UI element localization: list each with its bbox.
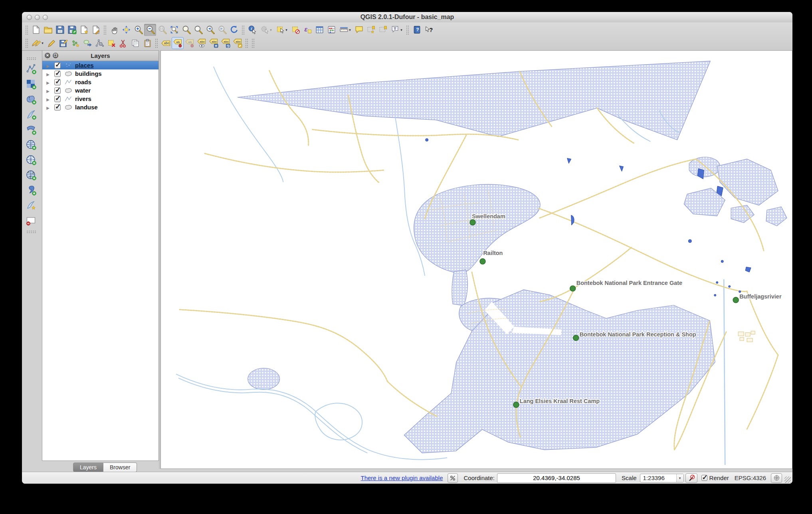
highlight-pinned-labels-button[interactable] xyxy=(184,37,196,49)
toolbar-grip[interactable] xyxy=(26,230,36,233)
add-delimited-text-layer-button[interactable] xyxy=(24,183,38,198)
scale-combobox[interactable]: 1:23396 ▾ xyxy=(640,474,684,482)
add-wfs-layer-button[interactable] xyxy=(24,168,38,182)
deselect-features-button[interactable] xyxy=(289,24,301,36)
text-annotation-button[interactable]: T xyxy=(389,24,404,36)
open-project-button[interactable] xyxy=(42,24,54,36)
add-raster-layer-button[interactable] xyxy=(24,77,38,91)
select-by-expression-button[interactable]: ε xyxy=(301,24,313,36)
toolbar-grip[interactable] xyxy=(25,38,28,48)
zoom-last-button[interactable] xyxy=(204,24,216,36)
stop-rendering-button[interactable] xyxy=(685,473,697,483)
pan-to-selection-button[interactable] xyxy=(120,24,132,36)
new-project-button[interactable] xyxy=(30,24,42,36)
zoom-to-layer-button[interactable] xyxy=(192,24,204,36)
layer-checkbox[interactable] xyxy=(54,71,61,77)
expander-icon[interactable] xyxy=(46,70,50,77)
toolbar-grip[interactable] xyxy=(25,25,28,35)
save-layer-edits-button[interactable] xyxy=(57,37,69,49)
select-features-button[interactable] xyxy=(274,24,289,36)
tab-browser[interactable]: Browser xyxy=(103,463,137,472)
save-project-button[interactable] xyxy=(54,24,66,36)
show-hide-labels-button[interactable] xyxy=(196,37,208,49)
node-tool-button[interactable] xyxy=(93,37,105,49)
copy-features-button[interactable] xyxy=(129,37,141,49)
render-checkbox[interactable] xyxy=(701,475,707,481)
layer-row-roads[interactable]: roads xyxy=(42,78,158,86)
open-attribute-table-button[interactable] xyxy=(313,24,325,36)
change-label-button[interactable] xyxy=(232,37,244,49)
new-print-composer-button[interactable] xyxy=(78,24,90,36)
zoom-next-button[interactable] xyxy=(216,24,228,36)
title-bar[interactable]: QGIS 2.0.1-Dufour - basic_map xyxy=(22,12,792,23)
add-spatialite-layer-button[interactable] xyxy=(24,107,38,122)
move-feature-button[interactable] xyxy=(81,37,93,49)
map-tips-button[interactable] xyxy=(353,24,365,36)
resize-grip[interactable] xyxy=(784,476,791,483)
toolbar-grip[interactable] xyxy=(245,38,248,48)
toolbar-grip[interactable] xyxy=(242,25,245,35)
add-wcs-layer-button[interactable] xyxy=(24,153,38,167)
save-project-as-button[interactable] xyxy=(66,24,78,36)
rotate-label-button[interactable] xyxy=(220,37,232,49)
move-label-button[interactable] xyxy=(208,37,220,49)
zoom-to-selection-button[interactable] xyxy=(180,24,192,36)
layer-checkbox[interactable] xyxy=(54,96,61,102)
zoom-out-button[interactable] xyxy=(144,24,156,36)
zoom-native-button[interactable]: 1:1 xyxy=(156,24,168,36)
delete-selected-button[interactable] xyxy=(105,37,117,49)
toggle-editing-button[interactable] xyxy=(46,37,57,49)
pan-map-button[interactable] xyxy=(108,24,120,36)
cut-features-button[interactable] xyxy=(117,37,129,49)
add-postgis-layer-button[interactable] xyxy=(24,92,38,107)
add-mssql-layer-button[interactable] xyxy=(24,123,38,137)
help-contents-button[interactable]: ? xyxy=(411,24,423,36)
plugin-icon[interactable] xyxy=(448,473,458,483)
pin-unpin-labels-button[interactable] xyxy=(172,37,184,49)
zoom-full-button[interactable] xyxy=(168,24,180,36)
composer-manager-button[interactable] xyxy=(90,24,102,36)
crs-status-button[interactable] xyxy=(771,473,782,483)
toolbar-grip[interactable] xyxy=(103,25,107,35)
current-edits-button[interactable] xyxy=(30,37,46,49)
layer-checkbox[interactable] xyxy=(54,104,61,111)
coordinate-input[interactable] xyxy=(497,473,616,483)
layer-checkbox[interactable] xyxy=(54,62,61,69)
layer-row-places[interactable]: places xyxy=(42,61,158,69)
add-feature-button[interactable] xyxy=(69,37,81,49)
render-toggle[interactable]: Render xyxy=(701,474,729,481)
layer-checkbox[interactable] xyxy=(54,79,61,85)
chevron-down-icon[interactable]: ▾ xyxy=(676,474,683,482)
toolbar-grip[interactable] xyxy=(406,25,409,35)
expander-icon[interactable] xyxy=(46,104,50,111)
measure-button[interactable] xyxy=(337,24,353,36)
toolbar-grip[interactable] xyxy=(155,38,158,48)
tab-layers[interactable]: Layers xyxy=(73,463,103,472)
layer-checkbox[interactable] xyxy=(54,87,61,94)
layer-row-rivers[interactable]: rivers xyxy=(42,95,158,103)
whats-this-button[interactable]: ? xyxy=(423,24,435,36)
toolbar-grip[interactable] xyxy=(26,57,36,60)
add-wms-layer-button[interactable] xyxy=(24,138,38,152)
new-bookmark-button[interactable] xyxy=(365,24,377,36)
identify-features-button[interactable]: i xyxy=(246,24,258,36)
expander-icon[interactable] xyxy=(46,95,50,103)
field-calculator-button[interactable] xyxy=(325,24,337,36)
show-bookmarks-button[interactable] xyxy=(377,24,389,36)
layer-labeling-options-button[interactable] xyxy=(160,37,172,49)
paste-features-button[interactable] xyxy=(141,37,153,49)
run-feature-action-button[interactable] xyxy=(258,24,274,36)
add-vector-layer-button[interactable] xyxy=(24,62,38,76)
map-canvas[interactable]: SwellendamRailtonBontebok National Park … xyxy=(160,50,792,469)
new-spatialite-layer-button[interactable] xyxy=(24,198,38,213)
expander-icon[interactable] xyxy=(46,79,50,86)
layer-row-landuse[interactable]: landuse xyxy=(42,103,158,111)
layer-row-buildings[interactable]: buildings xyxy=(42,69,158,78)
toolbar-grip[interactable] xyxy=(252,38,255,48)
expander-icon[interactable] xyxy=(46,87,50,94)
zoom-in-button[interactable] xyxy=(132,24,144,36)
remove-layer-button[interactable] xyxy=(24,214,38,228)
layer-row-water[interactable]: water xyxy=(42,86,158,95)
refresh-button[interactable] xyxy=(228,24,240,36)
plugin-available-link[interactable]: There is a new plugin available xyxy=(361,474,443,481)
